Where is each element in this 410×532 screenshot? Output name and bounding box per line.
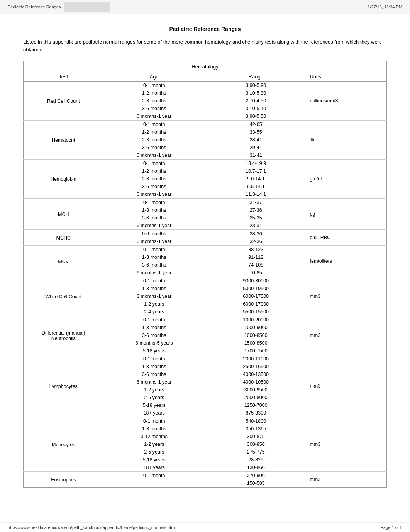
range-cell: 13.4-19.9	[205, 160, 307, 168]
age-cell: 0-1 month	[103, 246, 205, 254]
intro-text: Listed in this appendix are pediatric no…	[23, 38, 387, 53]
table-subrow: Eosinophils0-1 month270-900mm3	[24, 472, 387, 480]
age-cell: 1-2 years	[103, 300, 205, 308]
age-cell: 6 months-5 years	[103, 339, 205, 347]
header-logo	[64, 2, 110, 12]
range-cell: 31-41	[205, 151, 307, 160]
age-cell: 1-2 months	[103, 89, 205, 97]
age-cell: 1-3 months	[103, 363, 205, 371]
age-cell: 5-18 years	[103, 401, 205, 409]
range-cell: 130-860	[205, 464, 307, 472]
range-cell: 91-112	[205, 253, 307, 261]
test-name: Lymphocytes	[24, 355, 103, 417]
age-cell: 5-18 years	[103, 456, 205, 464]
table-subrow: Red Cell Count0-1 month3.90-5.90millions…	[24, 82, 387, 90]
range-cell: 1500-8500	[205, 339, 307, 347]
age-cell: 2-3 months	[103, 136, 205, 144]
range-cell: 23-31	[205, 222, 307, 230]
units-cell: %	[307, 121, 386, 160]
age-cell: 1-3 months	[103, 206, 205, 214]
age-cell: 1-2 years	[103, 386, 205, 394]
range-cell: 3.10-5.10	[205, 105, 307, 112]
footer-page-info: Page 1 of 5	[381, 525, 402, 530]
age-cell: 1-3 months	[103, 425, 205, 433]
range-cell: 3.90-5.50	[205, 112, 307, 121]
page-title: Pediatric Reference Ranges	[23, 26, 387, 32]
age-cell: 6 months-1 year	[103, 238, 205, 246]
age-cell: 0-6 months	[103, 230, 205, 238]
range-cell: 5000-19500	[205, 285, 307, 292]
range-cell: 88-123	[205, 246, 307, 254]
age-cell: 6 months-1 year	[103, 190, 205, 199]
range-cell: 6000-17000	[205, 300, 307, 308]
age-cell: 1-2 years	[103, 440, 205, 448]
units-cell: mm3	[307, 277, 386, 316]
header-site-title: Pediatric Reference Ranges	[8, 5, 61, 9]
age-cell: 0-1 month	[103, 199, 205, 207]
age-cell: 1-3 months	[103, 324, 205, 331]
age-cell: 0-1 month	[103, 82, 205, 90]
age-cell: 2-4 years	[103, 308, 205, 316]
table-subrow: Hematocrit0-1 month42-65%	[24, 121, 387, 129]
age-cell: 3-6 months	[103, 261, 205, 269]
age-cell: 5-18 years	[103, 347, 205, 355]
test-name: MCHC	[24, 230, 103, 246]
header-bar: Pediatric Reference Ranges 1/27/18, 11:3…	[0, 0, 410, 14]
range-cell: 31-37	[205, 199, 307, 207]
range-cell: 1250-7000	[205, 401, 307, 409]
range-cell: 2000-11000	[205, 355, 307, 363]
reference-table: Hematology Test Age Range Units Red Cell…	[23, 61, 387, 488]
test-name: MCV	[24, 246, 103, 277]
age-cell: 0-1 month	[103, 472, 205, 480]
age-cell: 0-1 month	[103, 121, 205, 129]
age-cell: 6 months-1 year	[103, 378, 205, 386]
age-cell: 2-3 months	[103, 175, 205, 183]
range-cell: 1000-9000	[205, 324, 307, 331]
table-subrow: MCV0-1 month88-123femtoliters	[24, 246, 387, 254]
test-name: Monocytes	[24, 417, 103, 472]
units-cell: gm/dL	[307, 160, 386, 199]
table-subrow: White Cell Count0-1 month9000-30000mm3	[24, 277, 387, 285]
col-header-test: Test	[24, 72, 103, 82]
range-cell: 300-850	[205, 440, 307, 448]
range-cell: 74-108	[205, 261, 307, 269]
test-name: Hemoglobin	[24, 160, 103, 199]
range-cell: 6000-17500	[205, 292, 307, 300]
age-cell: 6 months-1 year	[103, 269, 205, 277]
range-cell: 150-585	[205, 479, 307, 488]
range-cell: 27-36	[205, 206, 307, 214]
range-cell: 300-875	[205, 433, 307, 440]
table-subrow: Lymphocytes0-1 month2000-11000mm3	[24, 355, 387, 363]
footer: https://www.healthcare.uiowa.edu/path_ha…	[0, 522, 410, 532]
units-cell: mm3	[307, 472, 386, 488]
age-cell: 3 months-1 year	[103, 292, 205, 300]
header-left: Pediatric Reference Ranges	[8, 2, 110, 12]
footer-url: https://www.healthcare.uiowa.edu/path_ha…	[8, 525, 176, 530]
age-cell	[103, 479, 205, 488]
range-cell: 28-825	[205, 456, 307, 464]
header-timestamp: 1/27/18, 11:34 PM	[368, 5, 402, 9]
range-cell: 25-35	[205, 214, 307, 222]
age-cell: 3-6 months	[103, 371, 205, 378]
range-cell: 270-900	[205, 472, 307, 480]
age-cell: 0-1 month	[103, 316, 205, 324]
age-cell: 18+ years	[103, 409, 205, 417]
range-cell: 2000-8000	[205, 394, 307, 401]
range-cell: 2.70-4.50	[205, 97, 307, 105]
range-cell: 29-41	[205, 144, 307, 151]
units-cell: pg	[307, 199, 386, 230]
age-cell: 0-1 month	[103, 417, 205, 425]
main-content: Pediatric Reference Ranges Listed in thi…	[0, 14, 410, 503]
range-cell: 70-85	[205, 269, 307, 277]
range-cell: 42-65	[205, 121, 307, 129]
units-cell: millions/mm3	[307, 82, 386, 121]
table-subrow: Monocytes0-1 month540-1800mm3	[24, 417, 387, 425]
age-cell: 2-5 years	[103, 448, 205, 456]
age-cell: 6 months-1 year	[103, 151, 205, 160]
age-cell: 0-1 month	[103, 160, 205, 168]
test-name: MCH	[24, 199, 103, 230]
table-subrow: Hemoglobin0-1 month13.4-19.9gm/dL	[24, 160, 387, 168]
range-cell: 1000-8500	[205, 331, 307, 339]
range-cell: 9.5-14.1	[205, 183, 307, 190]
age-cell: 3-6 months	[103, 214, 205, 222]
